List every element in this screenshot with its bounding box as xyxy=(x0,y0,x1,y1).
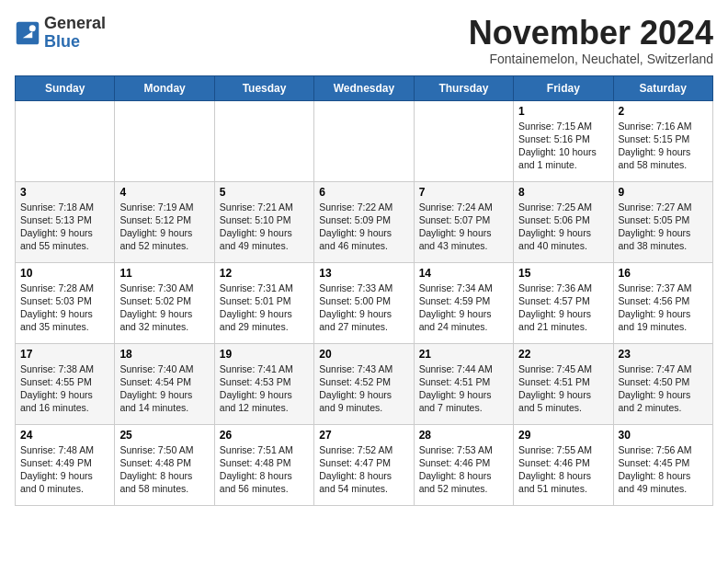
day-number: 5 xyxy=(220,186,309,199)
calendar-cell: 9Sunrise: 7:27 AM Sunset: 5:05 PM Daylig… xyxy=(613,181,712,262)
day-number: 27 xyxy=(319,429,408,442)
day-info: Sunrise: 7:24 AM Sunset: 5:07 PM Dayligh… xyxy=(419,201,508,253)
day-number: 7 xyxy=(419,186,508,199)
day-info: Sunrise: 7:33 AM Sunset: 5:00 PM Dayligh… xyxy=(319,282,408,334)
day-number: 24 xyxy=(20,429,109,442)
weekday-header-sunday: Sunday xyxy=(16,75,115,100)
logo: General Blue xyxy=(15,15,106,52)
calendar-cell: 6Sunrise: 7:22 AM Sunset: 5:09 PM Daylig… xyxy=(314,181,414,262)
calendar-cell: 13Sunrise: 7:33 AM Sunset: 5:00 PM Dayli… xyxy=(314,262,414,343)
calendar-cell: 8Sunrise: 7:25 AM Sunset: 5:06 PM Daylig… xyxy=(514,181,613,262)
day-info: Sunrise: 7:43 AM Sunset: 4:52 PM Dayligh… xyxy=(319,362,408,415)
day-number: 13 xyxy=(319,267,408,280)
day-number: 4 xyxy=(119,186,209,199)
calendar-cell xyxy=(214,100,313,181)
calendar-cell: 27Sunrise: 7:52 AM Sunset: 4:47 PM Dayli… xyxy=(314,424,414,505)
calendar-cell: 22Sunrise: 7:45 AM Sunset: 4:51 PM Dayli… xyxy=(514,343,613,424)
calendar-cell: 18Sunrise: 7:40 AM Sunset: 4:54 PM Dayli… xyxy=(115,343,214,424)
day-number: 25 xyxy=(119,429,209,442)
calendar-cell: 11Sunrise: 7:30 AM Sunset: 5:02 PM Dayli… xyxy=(115,262,214,343)
calendar-cell: 7Sunrise: 7:24 AM Sunset: 5:07 PM Daylig… xyxy=(414,181,513,262)
day-number: 29 xyxy=(518,429,608,442)
day-info: Sunrise: 7:28 AM Sunset: 5:03 PM Dayligh… xyxy=(20,282,109,334)
day-info: Sunrise: 7:16 AM Sunset: 5:15 PM Dayligh… xyxy=(619,120,708,172)
day-number: 6 xyxy=(319,186,408,199)
calendar-cell: 21Sunrise: 7:44 AM Sunset: 4:51 PM Dayli… xyxy=(414,343,513,424)
day-number: 26 xyxy=(220,429,309,442)
calendar-cell: 5Sunrise: 7:21 AM Sunset: 5:10 PM Daylig… xyxy=(214,181,313,262)
week-row-5: 24Sunrise: 7:48 AM Sunset: 4:49 PM Dayli… xyxy=(16,424,713,505)
day-number: 3 xyxy=(20,186,109,199)
day-number: 23 xyxy=(619,348,708,361)
calendar-cell: 24Sunrise: 7:48 AM Sunset: 4:49 PM Dayli… xyxy=(16,424,115,505)
day-info: Sunrise: 7:19 AM Sunset: 5:12 PM Dayligh… xyxy=(119,201,209,253)
week-row-2: 3Sunrise: 7:18 AM Sunset: 5:13 PM Daylig… xyxy=(16,181,713,262)
calendar-cell: 26Sunrise: 7:51 AM Sunset: 4:48 PM Dayli… xyxy=(214,424,313,505)
logo-general-text: General xyxy=(44,14,106,32)
day-number: 11 xyxy=(119,267,209,280)
day-number: 1 xyxy=(518,105,608,118)
day-info: Sunrise: 7:50 AM Sunset: 4:48 PM Dayligh… xyxy=(119,443,209,496)
day-info: Sunrise: 7:45 AM Sunset: 4:51 PM Dayligh… xyxy=(518,362,608,415)
day-number: 21 xyxy=(419,348,508,361)
calendar-cell xyxy=(314,100,414,181)
day-info: Sunrise: 7:55 AM Sunset: 4:46 PM Dayligh… xyxy=(518,443,608,496)
page-header: General Blue November 2024 Fontainemelon… xyxy=(15,15,713,66)
day-number: 12 xyxy=(220,267,309,280)
week-row-4: 17Sunrise: 7:38 AM Sunset: 4:55 PM Dayli… xyxy=(16,343,713,424)
day-number: 22 xyxy=(518,348,608,361)
day-number: 15 xyxy=(518,267,608,280)
logo-blue-text: Blue xyxy=(44,32,80,51)
day-info: Sunrise: 7:56 AM Sunset: 4:45 PM Dayligh… xyxy=(619,443,708,496)
svg-rect-0 xyxy=(17,22,40,45)
day-number: 18 xyxy=(119,348,209,361)
weekday-header-friday: Friday xyxy=(514,75,613,100)
calendar-cell xyxy=(115,100,214,181)
calendar-cell: 10Sunrise: 7:28 AM Sunset: 5:03 PM Dayli… xyxy=(16,262,115,343)
day-info: Sunrise: 7:51 AM Sunset: 4:48 PM Dayligh… xyxy=(220,443,309,496)
day-info: Sunrise: 7:22 AM Sunset: 5:09 PM Dayligh… xyxy=(319,201,408,253)
calendar-cell xyxy=(414,100,513,181)
day-number: 8 xyxy=(518,186,608,199)
day-info: Sunrise: 7:21 AM Sunset: 5:10 PM Dayligh… xyxy=(220,201,309,253)
day-info: Sunrise: 7:38 AM Sunset: 4:55 PM Dayligh… xyxy=(20,362,109,415)
calendar-cell: 1Sunrise: 7:15 AM Sunset: 5:16 PM Daylig… xyxy=(514,100,613,181)
calendar-cell: 16Sunrise: 7:37 AM Sunset: 4:56 PM Dayli… xyxy=(613,262,712,343)
calendar-cell: 2Sunrise: 7:16 AM Sunset: 5:15 PM Daylig… xyxy=(613,100,712,181)
day-number: 9 xyxy=(619,186,708,199)
day-number: 10 xyxy=(20,267,109,280)
calendar-subtitle: Fontainemelon, Neuchatel, Switzerland xyxy=(469,52,713,66)
calendar-cell: 29Sunrise: 7:55 AM Sunset: 4:46 PM Dayli… xyxy=(514,424,613,505)
weekday-header-row: SundayMondayTuesdayWednesdayThursdayFrid… xyxy=(16,75,713,100)
calendar-cell: 14Sunrise: 7:34 AM Sunset: 4:59 PM Dayli… xyxy=(414,262,513,343)
day-info: Sunrise: 7:30 AM Sunset: 5:02 PM Dayligh… xyxy=(119,282,209,334)
calendar-table: SundayMondayTuesdayWednesdayThursdayFrid… xyxy=(15,75,713,506)
calendar-cell xyxy=(16,100,115,181)
logo-icon xyxy=(15,20,40,46)
calendar-cell: 30Sunrise: 7:56 AM Sunset: 4:45 PM Dayli… xyxy=(613,424,712,505)
day-number: 19 xyxy=(220,348,309,361)
svg-point-2 xyxy=(29,25,36,31)
day-info: Sunrise: 7:52 AM Sunset: 4:47 PM Dayligh… xyxy=(319,443,408,496)
week-row-3: 10Sunrise: 7:28 AM Sunset: 5:03 PM Dayli… xyxy=(16,262,713,343)
day-number: 17 xyxy=(20,348,109,361)
day-info: Sunrise: 7:41 AM Sunset: 4:53 PM Dayligh… xyxy=(220,362,309,415)
weekday-header-thursday: Thursday xyxy=(414,75,513,100)
weekday-header-saturday: Saturday xyxy=(613,75,712,100)
day-info: Sunrise: 7:47 AM Sunset: 4:50 PM Dayligh… xyxy=(619,362,708,415)
calendar-cell: 28Sunrise: 7:53 AM Sunset: 4:46 PM Dayli… xyxy=(414,424,513,505)
calendar-title: November 2024 xyxy=(469,15,713,52)
weekday-header-wednesday: Wednesday xyxy=(314,75,414,100)
weekday-header-tuesday: Tuesday xyxy=(214,75,313,100)
day-info: Sunrise: 7:27 AM Sunset: 5:05 PM Dayligh… xyxy=(619,201,708,253)
calendar-cell: 4Sunrise: 7:19 AM Sunset: 5:12 PM Daylig… xyxy=(115,181,214,262)
title-block: November 2024 Fontainemelon, Neuchatel, … xyxy=(469,15,713,66)
calendar-cell: 20Sunrise: 7:43 AM Sunset: 4:52 PM Dayli… xyxy=(314,343,414,424)
day-info: Sunrise: 7:18 AM Sunset: 5:13 PM Dayligh… xyxy=(20,201,109,253)
day-info: Sunrise: 7:44 AM Sunset: 4:51 PM Dayligh… xyxy=(419,362,508,415)
day-number: 30 xyxy=(619,429,708,442)
calendar-cell: 3Sunrise: 7:18 AM Sunset: 5:13 PM Daylig… xyxy=(16,181,115,262)
logo-name: General Blue xyxy=(44,15,106,52)
day-info: Sunrise: 7:25 AM Sunset: 5:06 PM Dayligh… xyxy=(518,201,608,253)
day-info: Sunrise: 7:40 AM Sunset: 4:54 PM Dayligh… xyxy=(119,362,209,415)
